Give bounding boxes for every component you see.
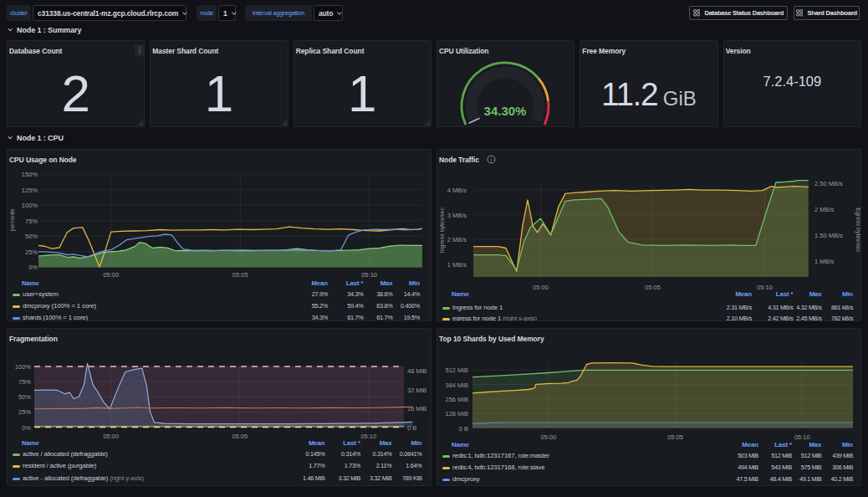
svg-text:Ingress bytes/sec: Ingress bytes/sec (439, 207, 446, 253)
svg-text:100%: 100% (22, 202, 38, 209)
svg-text:1 MB/s: 1 MB/s (814, 258, 835, 265)
svg-text:125%: 125% (22, 187, 38, 194)
svg-text:05:10: 05:10 (794, 433, 810, 441)
svg-text:512 MiB: 512 MiB (445, 366, 468, 374)
svg-text:05:00: 05:00 (103, 433, 119, 440)
svg-text:05:05: 05:05 (667, 433, 683, 441)
svg-text:25%: 25% (25, 248, 38, 256)
svg-text:48 MiB: 48 MiB (407, 367, 426, 375)
svg-text:75%: 75% (25, 218, 38, 225)
svg-text:1.50 MB/s: 1.50 MB/s (814, 232, 843, 239)
svg-text:0%: 0% (28, 264, 38, 271)
svg-text:4 MB/s: 4 MB/s (447, 187, 467, 194)
svg-text:256 MiB: 256 MiB (445, 396, 468, 403)
svg-text:16 MiB: 16 MiB (407, 405, 426, 412)
svg-text:0%: 0% (22, 424, 31, 432)
svg-text:150%: 150% (22, 171, 38, 178)
svg-text:05:05: 05:05 (232, 433, 248, 440)
svg-text:3 MB/s: 3 MB/s (447, 212, 467, 219)
svg-text:128 MiB: 128 MiB (445, 410, 468, 418)
svg-text:Egress bytes/sec: Egress bytes/sec (855, 208, 861, 253)
svg-text:2 MB/s: 2 MB/s (447, 236, 467, 243)
svg-text:50%: 50% (18, 393, 31, 401)
svg-text:1 MB/s: 1 MB/s (447, 261, 467, 269)
svg-text:05:10: 05:10 (361, 271, 377, 279)
svg-text:75%: 75% (18, 378, 31, 386)
svg-text:0 B: 0 B (459, 425, 468, 433)
svg-text:05:00: 05:00 (103, 271, 119, 279)
svg-text:100%: 100% (15, 363, 32, 371)
svg-text:50%: 50% (25, 233, 38, 240)
svg-text:34.30%: 34.30% (484, 104, 527, 118)
svg-text:percents: percents (9, 208, 16, 231)
svg-text:05:05: 05:05 (232, 271, 248, 279)
svg-text:384 MiB: 384 MiB (445, 382, 468, 389)
svg-text:05:00: 05:00 (533, 284, 549, 291)
svg-text:05:05: 05:05 (645, 284, 661, 291)
svg-text:2 MB/s: 2 MB/s (814, 206, 835, 213)
svg-text:25%: 25% (18, 408, 31, 416)
svg-text:32 MiB: 32 MiB (407, 387, 426, 394)
svg-text:2.50 MB/s: 2.50 MB/s (814, 180, 843, 187)
svg-text:05:00: 05:00 (541, 433, 557, 441)
